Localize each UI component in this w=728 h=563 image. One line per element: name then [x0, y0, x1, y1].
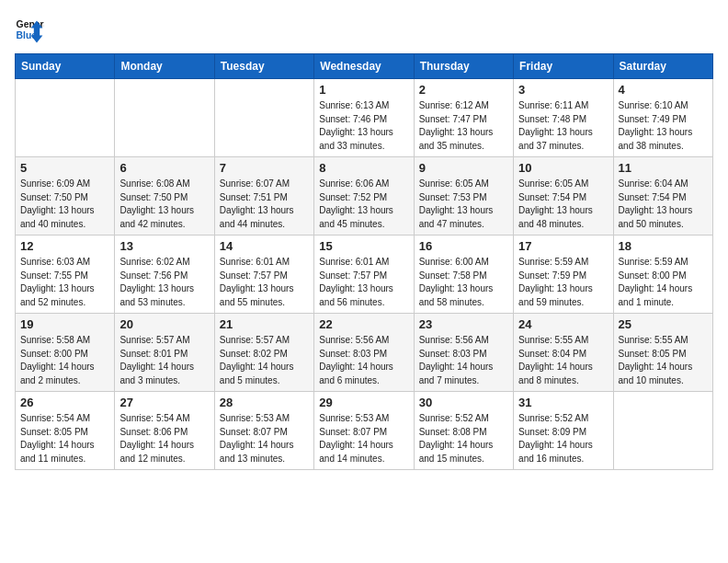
- calendar-table: SundayMondayTuesdayWednesdayThursdayFrid…: [15, 53, 713, 470]
- calendar-day-19: 19Sunrise: 5:58 AM Sunset: 8:00 PM Dayli…: [16, 314, 115, 392]
- weekday-header-monday: Monday: [115, 54, 214, 79]
- day-info: Sunrise: 6:06 AM Sunset: 7:52 PM Dayligh…: [319, 178, 408, 231]
- day-info: Sunrise: 5:53 AM Sunset: 8:07 PM Dayligh…: [220, 412, 309, 465]
- day-number: 21: [220, 317, 309, 331]
- day-info: Sunrise: 5:55 AM Sunset: 8:05 PM Dayligh…: [619, 334, 708, 387]
- calendar-day-9: 9Sunrise: 6:05 AM Sunset: 7:53 PM Daylig…: [414, 157, 513, 236]
- day-number: 23: [419, 317, 508, 331]
- calendar-day-5: 5Sunrise: 6:09 AM Sunset: 7:50 PM Daylig…: [16, 157, 115, 236]
- day-info: Sunrise: 6:03 AM Sunset: 7:55 PM Dayligh…: [20, 256, 109, 309]
- calendar-day-7: 7Sunrise: 6:07 AM Sunset: 7:51 PM Daylig…: [214, 157, 313, 236]
- day-number: 28: [220, 396, 309, 409]
- calendar-day-22: 22Sunrise: 5:56 AM Sunset: 8:03 PM Dayli…: [314, 314, 414, 392]
- calendar-week-4: 19Sunrise: 5:58 AM Sunset: 8:00 PM Dayli…: [16, 314, 713, 392]
- calendar-day-11: 11Sunrise: 6:04 AM Sunset: 7:54 PM Dayli…: [613, 157, 712, 236]
- day-number: 12: [20, 239, 109, 253]
- calendar-day-15: 15Sunrise: 6:01 AM Sunset: 7:57 PM Dayli…: [314, 236, 414, 314]
- weekday-header-tuesday: Tuesday: [214, 54, 313, 79]
- day-number: 6: [119, 161, 209, 175]
- day-number: 19: [20, 317, 109, 331]
- day-info: Sunrise: 6:04 AM Sunset: 7:54 PM Dayligh…: [619, 178, 708, 231]
- calendar-day-8: 8Sunrise: 6:06 AM Sunset: 7:52 PM Daylig…: [314, 157, 414, 236]
- day-info: Sunrise: 5:52 AM Sunset: 8:09 PM Dayligh…: [518, 412, 608, 465]
- day-number: 25: [619, 317, 708, 331]
- calendar-day-31: 31Sunrise: 5:52 AM Sunset: 8:09 PM Dayli…: [514, 392, 613, 470]
- day-info: Sunrise: 6:10 AM Sunset: 7:49 PM Dayligh…: [619, 99, 708, 153]
- weekday-header-thursday: Thursday: [414, 54, 513, 79]
- calendar-day-4: 4Sunrise: 6:10 AM Sunset: 7:49 PM Daylig…: [613, 79, 712, 157]
- day-info: Sunrise: 5:52 AM Sunset: 8:08 PM Dayligh…: [419, 412, 508, 465]
- day-info: Sunrise: 6:08 AM Sunset: 7:50 PM Dayligh…: [119, 178, 209, 231]
- day-info: Sunrise: 6:05 AM Sunset: 7:54 PM Dayligh…: [518, 178, 608, 231]
- day-info: Sunrise: 5:54 AM Sunset: 8:05 PM Dayligh…: [20, 412, 109, 465]
- day-number: 15: [319, 239, 408, 253]
- day-number: 10: [518, 161, 608, 175]
- day-number: 11: [619, 161, 708, 175]
- calendar-day-6: 6Sunrise: 6:08 AM Sunset: 7:50 PM Daylig…: [115, 157, 214, 236]
- calendar-day-18: 18Sunrise: 5:59 AM Sunset: 8:00 PM Dayli…: [613, 236, 712, 314]
- calendar-day-30: 30Sunrise: 5:52 AM Sunset: 8:08 PM Dayli…: [414, 392, 513, 470]
- calendar-empty-cell: [613, 392, 712, 470]
- day-number: 2: [419, 83, 508, 97]
- day-info: Sunrise: 6:12 AM Sunset: 7:47 PM Dayligh…: [419, 99, 508, 153]
- day-info: Sunrise: 5:58 AM Sunset: 8:00 PM Dayligh…: [20, 334, 109, 387]
- calendar-day-26: 26Sunrise: 5:54 AM Sunset: 8:05 PM Dayli…: [16, 392, 115, 470]
- day-info: Sunrise: 5:57 AM Sunset: 8:02 PM Dayligh…: [220, 334, 309, 387]
- day-number: 16: [419, 239, 508, 253]
- calendar-header-row: SundayMondayTuesdayWednesdayThursdayFrid…: [16, 54, 713, 79]
- calendar-day-10: 10Sunrise: 6:05 AM Sunset: 7:54 PM Dayli…: [514, 157, 613, 236]
- day-number: 27: [119, 396, 209, 409]
- day-info: Sunrise: 6:01 AM Sunset: 7:57 PM Dayligh…: [220, 256, 309, 309]
- day-number: 9: [419, 161, 508, 175]
- day-info: Sunrise: 6:13 AM Sunset: 7:46 PM Dayligh…: [319, 99, 408, 153]
- day-number: 13: [119, 239, 209, 253]
- day-number: 31: [518, 396, 608, 409]
- day-number: 17: [518, 239, 608, 253]
- calendar-day-2: 2Sunrise: 6:12 AM Sunset: 7:47 PM Daylig…: [414, 79, 513, 157]
- calendar-day-24: 24Sunrise: 5:55 AM Sunset: 8:04 PM Dayli…: [514, 314, 613, 392]
- day-number: 8: [319, 161, 408, 175]
- day-info: Sunrise: 6:02 AM Sunset: 7:56 PM Dayligh…: [119, 256, 209, 309]
- calendar-empty-cell: [214, 79, 313, 157]
- calendar-day-25: 25Sunrise: 5:55 AM Sunset: 8:05 PM Dayli…: [613, 314, 712, 392]
- day-info: Sunrise: 5:54 AM Sunset: 8:06 PM Dayligh…: [119, 412, 209, 465]
- calendar-empty-cell: [115, 79, 214, 157]
- calendar-week-3: 12Sunrise: 6:03 AM Sunset: 7:55 PM Dayli…: [16, 236, 713, 314]
- day-info: Sunrise: 5:56 AM Sunset: 8:03 PM Dayligh…: [419, 334, 508, 387]
- calendar-empty-cell: [16, 79, 115, 157]
- day-number: 4: [619, 83, 708, 97]
- logo: General Blue: [15, 15, 44, 44]
- calendar-day-13: 13Sunrise: 6:02 AM Sunset: 7:56 PM Dayli…: [115, 236, 214, 314]
- calendar-day-12: 12Sunrise: 6:03 AM Sunset: 7:55 PM Dayli…: [16, 236, 115, 314]
- calendar-day-16: 16Sunrise: 6:00 AM Sunset: 7:58 PM Dayli…: [414, 236, 513, 314]
- calendar-day-3: 3Sunrise: 6:11 AM Sunset: 7:48 PM Daylig…: [514, 79, 613, 157]
- logo-icon: General Blue: [15, 15, 44, 44]
- calendar-day-21: 21Sunrise: 5:57 AM Sunset: 8:02 PM Dayli…: [214, 314, 313, 392]
- calendar-day-14: 14Sunrise: 6:01 AM Sunset: 7:57 PM Dayli…: [214, 236, 313, 314]
- page-header: General Blue: [15, 15, 713, 44]
- day-info: Sunrise: 5:59 AM Sunset: 8:00 PM Dayligh…: [619, 256, 708, 309]
- day-number: 22: [319, 317, 408, 331]
- calendar-week-1: 1Sunrise: 6:13 AM Sunset: 7:46 PM Daylig…: [16, 79, 713, 157]
- day-number: 18: [619, 239, 708, 253]
- calendar-day-20: 20Sunrise: 5:57 AM Sunset: 8:01 PM Dayli…: [115, 314, 214, 392]
- day-info: Sunrise: 5:53 AM Sunset: 8:07 PM Dayligh…: [319, 412, 408, 465]
- day-info: Sunrise: 5:55 AM Sunset: 8:04 PM Dayligh…: [518, 334, 608, 387]
- day-info: Sunrise: 6:07 AM Sunset: 7:51 PM Dayligh…: [220, 178, 309, 231]
- day-info: Sunrise: 5:56 AM Sunset: 8:03 PM Dayligh…: [319, 334, 408, 387]
- day-number: 14: [220, 239, 309, 253]
- day-number: 3: [518, 83, 608, 97]
- day-info: Sunrise: 6:09 AM Sunset: 7:50 PM Dayligh…: [20, 178, 109, 231]
- calendar-day-1: 1Sunrise: 6:13 AM Sunset: 7:46 PM Daylig…: [314, 79, 414, 157]
- day-info: Sunrise: 6:05 AM Sunset: 7:53 PM Dayligh…: [419, 178, 508, 231]
- calendar-day-29: 29Sunrise: 5:53 AM Sunset: 8:07 PM Dayli…: [314, 392, 414, 470]
- day-number: 7: [220, 161, 309, 175]
- weekday-header-sunday: Sunday: [16, 54, 115, 79]
- day-number: 26: [20, 396, 109, 409]
- day-number: 30: [419, 396, 508, 409]
- calendar-week-2: 5Sunrise: 6:09 AM Sunset: 7:50 PM Daylig…: [16, 157, 713, 236]
- weekday-header-wednesday: Wednesday: [314, 54, 414, 79]
- day-info: Sunrise: 6:00 AM Sunset: 7:58 PM Dayligh…: [419, 256, 508, 309]
- day-number: 20: [119, 317, 209, 331]
- calendar-day-28: 28Sunrise: 5:53 AM Sunset: 8:07 PM Dayli…: [214, 392, 313, 470]
